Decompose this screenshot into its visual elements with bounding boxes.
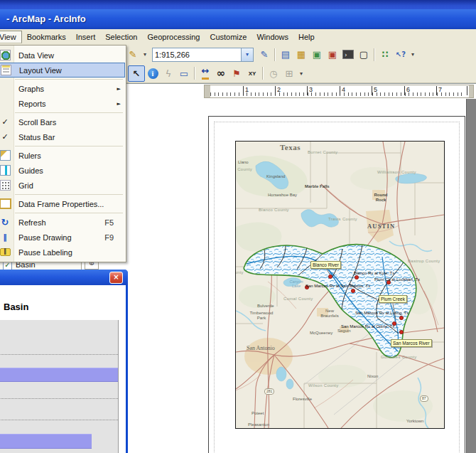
- graph-plot-area: [0, 320, 119, 453]
- go-to-xy-icon[interactable]: XY: [244, 66, 260, 81]
- menu-item-data-view[interactable]: Data View: [0, 48, 125, 63]
- scale-dropdown-icon[interactable]: ▾: [242, 48, 254, 62]
- map-label: Poteet: [251, 411, 264, 416]
- combo-dropdown-icon[interactable]: ▾: [141, 47, 149, 62]
- close-icon[interactable]: ×: [109, 272, 123, 284]
- menu-insert[interactable]: Insert: [71, 31, 101, 43]
- pause-labeling-icon: ‖: [0, 248, 14, 256]
- highway-shield: 281: [264, 388, 274, 395]
- ruler-number: 3: [307, 86, 313, 95]
- menu-item-reports[interactable]: Reports ►: [0, 96, 125, 111]
- menu-geoprocessing[interactable]: Geoprocessing: [142, 31, 205, 43]
- menu-item-pause-labeling[interactable]: ‖ Pause Labeling: [0, 245, 125, 260]
- new-window-icon[interactable]: ▢: [356, 47, 372, 62]
- menu-item-grid[interactable]: Grid: [0, 178, 125, 193]
- menu-item-data-frame-properties[interactable]: Data Frame Properties...: [0, 196, 125, 211]
- find-icon[interactable]: ∞: [213, 66, 229, 81]
- map-label: Canyon Lake: [287, 279, 305, 288]
- menu-item-graphs[interactable]: Graphs ►: [0, 81, 125, 96]
- map-label: Wilson County: [308, 383, 339, 388]
- arccatalog-icon[interactable]: ▦: [293, 47, 309, 62]
- view-menu-dropdown: Data View Layout View Graphs ► Reports ►…: [0, 45, 126, 262]
- graph-window[interactable]: × Basin: [0, 270, 128, 453]
- menu-separator: [15, 213, 123, 213]
- layout-page[interactable]: Texas Burnet County Llano Llano County K…: [208, 116, 465, 453]
- map-label: Blanco County: [259, 208, 289, 213]
- measure-icon[interactable]: ↔: [198, 66, 213, 81]
- window-frame-top: [0, 0, 476, 9]
- map-label: Bastrop County: [408, 259, 440, 264]
- map-label: Nixon: [367, 374, 378, 379]
- graph-gridline: [0, 354, 118, 355]
- model-builder-icon[interactable]: ∷: [377, 47, 393, 62]
- map-label: Llano County: [235, 167, 252, 172]
- menu-separator: [15, 79, 123, 80]
- data-frame-properties-icon: [0, 198, 14, 209]
- map-label: Burnet County: [308, 150, 337, 155]
- map-scale-combo[interactable]: ▾: [152, 48, 254, 62]
- menu-separator: [15, 146, 123, 146]
- checkmark-icon: ✓: [0, 117, 14, 127]
- menu-windows[interactable]: Windows: [251, 31, 293, 43]
- find-route-icon[interactable]: ⚑: [229, 66, 244, 81]
- toolbar-options-icon[interactable]: ▾: [297, 66, 305, 81]
- map-label: Gonzales County: [381, 355, 417, 360]
- map-label: Llano: [238, 160, 249, 165]
- whats-this-help-icon[interactable]: ↖?: [393, 47, 409, 62]
- menu-item-pause-drawing[interactable]: ‖ Pause Drawing F9: [0, 230, 125, 245]
- menu-item-scroll-bars[interactable]: ✓ Scroll Bars: [0, 114, 125, 129]
- arcglobe-icon[interactable]: ▣: [309, 47, 325, 62]
- submenu-arrow-icon: ►: [117, 101, 121, 107]
- html-popup-icon[interactable]: ▭: [176, 66, 192, 81]
- map-label: Horseshoe Bay: [268, 193, 297, 198]
- data-view-icon: [0, 50, 14, 60]
- graph-title: Basin: [4, 302, 28, 312]
- map-scale-input[interactable]: [152, 48, 242, 62]
- editor-partial-icon[interactable]: ✎: [125, 47, 141, 62]
- attribute-table-icon[interactable]: ▤: [278, 47, 293, 62]
- map-label: Round Rock: [372, 193, 390, 203]
- ruler-cap: [469, 85, 473, 97]
- menu-view[interactable]: View: [0, 31, 22, 43]
- menu-item-guides[interactable]: Guides: [0, 163, 125, 178]
- menu-customize[interactable]: Customize: [205, 31, 251, 43]
- identify-icon[interactable]: i: [145, 66, 161, 81]
- toolbar-options-icon[interactable]: ▾: [409, 47, 417, 62]
- ruler-cap: [205, 85, 210, 97]
- ruler-number: 2: [275, 86, 281, 95]
- map-label: AUSTIN: [367, 224, 395, 229]
- map-label: Timberwood Park: [246, 311, 277, 321]
- graph-window-titlebar[interactable]: ×: [0, 270, 128, 285]
- viewer-window-icon[interactable]: ⊞: [281, 66, 297, 81]
- graph-gridline: [0, 398, 118, 399]
- map-data-frame[interactable]: Texas Burnet County Llano Llano County K…: [235, 141, 445, 429]
- menu-item-layout-view[interactable]: Layout View: [0, 63, 125, 78]
- map-label: New Braunfels: [318, 309, 341, 319]
- menu-item-refresh[interactable]: ↻ Refresh F5: [0, 215, 125, 230]
- gauge-label: Plum Ck at Lockhart, Tx: [374, 277, 420, 282]
- time-slider-icon[interactable]: ◷: [266, 66, 281, 81]
- menu-bookmarks[interactable]: Bookmarks: [22, 31, 71, 43]
- hyperlink-icon[interactable]: ϟ: [161, 66, 176, 81]
- gauge-label: San Marcos Rv at San Marcos, Tx: [305, 284, 370, 289]
- edit-sketch-icon[interactable]: ✎: [256, 47, 272, 62]
- map-label: Pleasanton: [248, 422, 269, 427]
- graph-bar: [0, 368, 118, 382]
- python-window-icon[interactable]: ›: [340, 47, 356, 62]
- map-label: Seguin: [337, 329, 351, 334]
- horizontal-ruler: 1 2 3 4 5 6 7 8: [204, 85, 474, 98]
- map-label: San Antonio: [247, 345, 275, 351]
- arctoolbox-icon[interactable]: ▣: [325, 47, 340, 62]
- map-label: Bulverde: [257, 304, 274, 309]
- ruler-number: 7: [436, 86, 442, 95]
- menu-help[interactable]: Help: [293, 31, 320, 43]
- callout-san-marcos-river: San Marcos River: [391, 339, 432, 347]
- select-elements-icon[interactable]: ↖: [128, 65, 145, 82]
- menu-item-rulers[interactable]: Rulers: [0, 148, 125, 163]
- menu-selection[interactable]: Selection: [100, 31, 142, 43]
- menu-item-status-bar[interactable]: ✓ Status Bar: [0, 129, 125, 144]
- map-label: Texas: [280, 145, 301, 150]
- shortcut-label: F5: [104, 218, 125, 227]
- window-titlebar[interactable]: - ArcMap - ArcInfo: [0, 9, 476, 29]
- toolbar-separator: [274, 48, 276, 61]
